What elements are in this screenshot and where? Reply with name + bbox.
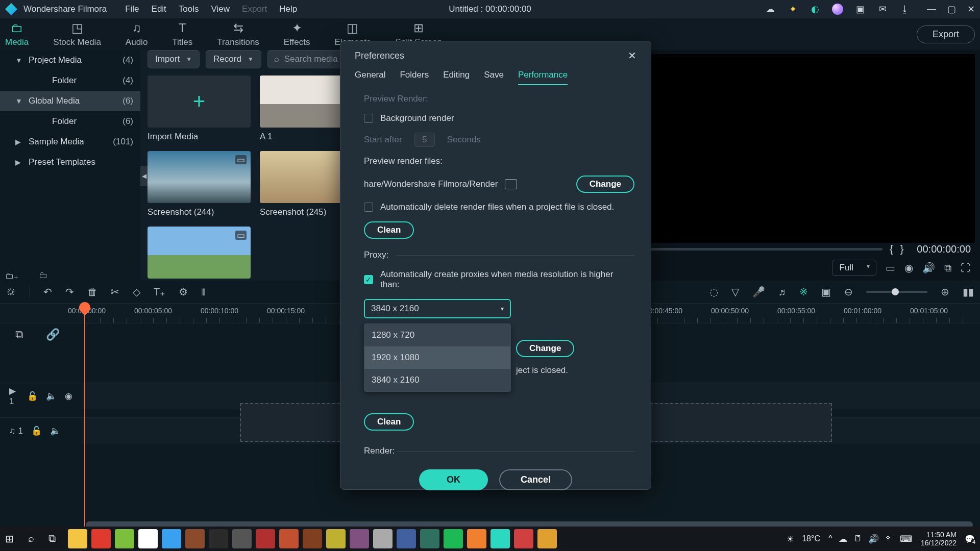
tab-effects[interactable]: ✦Effects (284, 21, 310, 47)
tab-titles[interactable]: TTitles (172, 21, 192, 47)
prefs-tab-performance[interactable]: Performance (518, 70, 568, 85)
tl-music-icon[interactable]: ♬ (778, 286, 786, 298)
mute-icon[interactable]: 🔈 (46, 391, 57, 402)
auto-delete-render-checkbox[interactable] (364, 203, 373, 212)
taskbar-app[interactable] (326, 529, 346, 548)
lock-icon[interactable]: 🔓 (31, 425, 42, 436)
clean-render-button[interactable]: Clean (364, 221, 414, 239)
zoom-out-icon[interactable]: ⊖ (844, 286, 853, 298)
playhead[interactable] (84, 303, 85, 533)
lock-icon[interactable]: 🔓 (27, 391, 38, 402)
taskbar-app[interactable] (138, 529, 158, 548)
export-button[interactable]: Export (917, 26, 975, 43)
mute-icon[interactable]: 🔈 (50, 425, 61, 436)
tab-media[interactable]: 🗀Media (5, 21, 29, 47)
folder-icon[interactable]: 🗀 (39, 270, 47, 281)
tl-mic-icon[interactable]: 🎤 (752, 286, 765, 298)
taskbar-app[interactable] (444, 529, 463, 548)
mark-in[interactable]: { (890, 243, 893, 255)
prefs-tab-general[interactable]: General (355, 70, 385, 85)
clean-proxy-button[interactable]: Clean (364, 413, 414, 431)
headset-icon[interactable]: ◐ (810, 4, 821, 15)
minimize-icon[interactable]: — (927, 4, 936, 15)
prefs-tab-save[interactable]: Save (484, 70, 504, 85)
folder-icon[interactable] (505, 179, 517, 189)
sidebar-item[interactable]: Folder(4) (0, 70, 140, 91)
taskbar-app[interactable] (467, 529, 486, 548)
delete-icon[interactable]: 🗑 (87, 286, 97, 298)
taskbar-app[interactable] (209, 529, 228, 548)
tl-settings-icon[interactable]: ⛭ (6, 286, 16, 298)
fullscreen-icon[interactable]: ⛶ (961, 262, 971, 274)
taskbar-search-icon[interactable]: ⌕ (28, 533, 34, 545)
taskbar-app[interactable] (91, 529, 111, 548)
notifications-icon[interactable]: 💬4 (965, 534, 975, 544)
auto-proxy-checkbox[interactable]: ✓ (364, 275, 373, 284)
menu-help[interactable]: Help (279, 4, 297, 14)
text-icon[interactable]: T₊ (154, 286, 165, 298)
tag-icon[interactable]: ◇ (133, 286, 140, 298)
taskview-icon[interactable]: ⧉ (48, 533, 56, 545)
save-icon[interactable]: ▣ (854, 4, 866, 15)
volume-icon[interactable]: 🔊 (922, 262, 935, 274)
tl-dup-icon[interactable]: ⧉ (15, 328, 23, 341)
sidebar-item[interactable]: ▶Sample Media(101) (0, 132, 140, 152)
clock[interactable]: 11:50 AM16/12/2022 (921, 531, 957, 547)
sidebar-item[interactable]: Folder(6) (0, 111, 140, 132)
close-icon[interactable]: ✕ (967, 4, 975, 15)
media-tile[interactable]: ▭Screenshot (244) (148, 151, 251, 217)
taskbar-app[interactable] (397, 529, 416, 548)
taskbar-app[interactable] (256, 529, 275, 548)
bulb-icon[interactable]: ✦ (787, 4, 798, 15)
tl-marker-icon[interactable]: ▣ (821, 286, 831, 298)
eye-icon[interactable]: ◉ (65, 391, 72, 402)
bg-render-checkbox[interactable] (364, 114, 373, 123)
adjust-icon[interactable]: ⚙ (179, 286, 188, 298)
zoom-slider[interactable] (866, 291, 927, 293)
taskbar-app[interactable] (185, 529, 205, 548)
media-tile[interactable]: +Import Media (148, 76, 251, 142)
cloud-icon[interactable]: ☁ (765, 4, 776, 15)
media-tile[interactable]: ▭ (148, 227, 251, 283)
collapse-handle[interactable]: ◀ (140, 166, 148, 186)
change-render-path-button[interactable]: Change (576, 176, 634, 193)
dropdown-item[interactable]: 980 x 551 (364, 346, 510, 369)
menu-edit[interactable]: Edit (152, 4, 166, 14)
undo-icon[interactable]: ↶ (43, 286, 52, 298)
tl-fit-icon[interactable]: ▮▮ (963, 286, 974, 298)
redo-icon[interactable]: ↷ (65, 286, 74, 298)
menu-tools[interactable]: Tools (179, 4, 199, 14)
taskbar-app[interactable] (420, 529, 439, 548)
maximize-icon[interactable]: ▢ (947, 4, 956, 15)
taskbar-app[interactable] (115, 529, 134, 548)
quality-select[interactable]: Full (832, 260, 876, 276)
tab-transitions[interactable]: ⇆Transitions (217, 21, 259, 47)
mark-out[interactable]: } (900, 243, 904, 255)
sidebar-item[interactable]: ▼Project Media(4) (0, 50, 140, 70)
dropdown-item[interactable]: 3840 x 2160 (364, 369, 510, 391)
menu-file[interactable]: File (125, 4, 139, 14)
zoom-in-icon[interactable]: ⊕ (941, 286, 949, 298)
start-after-input[interactable]: 5 (414, 133, 435, 147)
ok-button[interactable]: OK (419, 469, 488, 490)
start-icon[interactable]: ⊞ (5, 533, 14, 545)
taskbar-app[interactable] (68, 529, 87, 548)
mail-icon[interactable]: ✉ (877, 4, 888, 15)
prefs-tab-editing[interactable]: Editing (443, 70, 470, 85)
taskbar[interactable]: ⊞ ⌕ ⧉ ☀18°C ^☁🖥🔊ᯤ⌨ 11:50 AM16/12/2022 💬4 (0, 527, 980, 551)
tl-magnet-icon[interactable]: ※ (799, 286, 808, 298)
dropdown-item[interactable]: 1280 x 720 (364, 324, 510, 346)
avatar[interactable] (832, 4, 843, 15)
cancel-button[interactable]: Cancel (499, 469, 572, 490)
taskbar-app[interactable] (514, 529, 533, 548)
tl-render-icon[interactable]: ◌ (709, 286, 718, 298)
screen-icon[interactable]: ▭ (886, 262, 895, 274)
change-proxy-path-button[interactable]: Change (516, 340, 574, 357)
waveform-icon[interactable]: ⫴ (201, 286, 206, 298)
taskbar-app[interactable] (373, 529, 393, 548)
tab-audio[interactable]: ♫Audio (126, 21, 148, 47)
dialog-close-icon[interactable]: ✕ (628, 49, 636, 62)
cut-icon[interactable]: ✂ (111, 286, 119, 298)
download-icon[interactable]: ⭳ (899, 4, 911, 15)
import-dropdown[interactable]: Import▼ (148, 50, 200, 68)
